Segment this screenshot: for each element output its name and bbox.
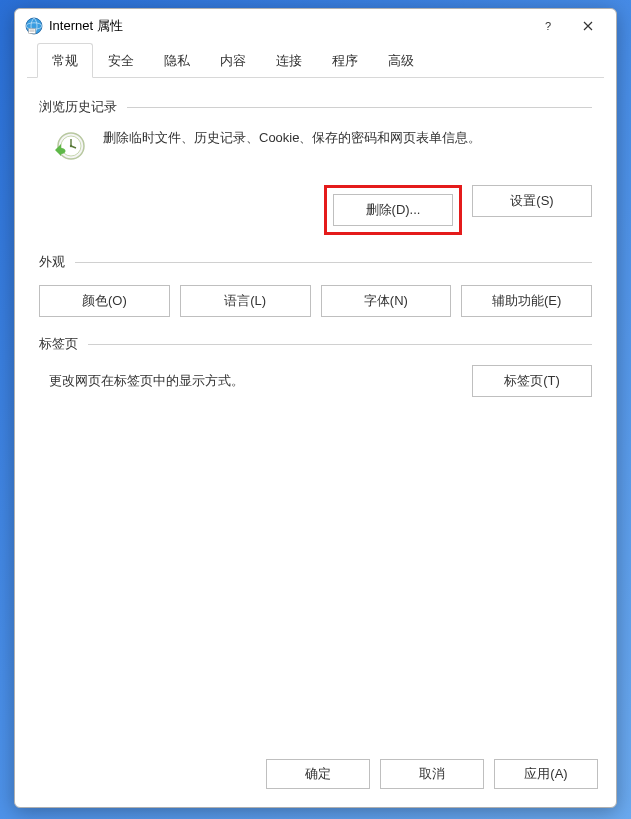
tabs-group: 标签页 更改网页在标签页中的显示方式。 标签页(T) <box>39 335 592 397</box>
cancel-button[interactable]: 取消 <box>380 759 484 789</box>
appearance-group: 外观 颜色(O) 语言(L) 字体(N) 辅助功能(E) <box>39 253 592 317</box>
divider <box>127 107 592 108</box>
internet-options-icon <box>25 17 43 35</box>
dialog-footer: 确定 取消 应用(A) <box>15 745 616 807</box>
tab-panel-general: 浏览历史记录 删除临时文件、历史记录、Cookie、保存的密码和网页表单信息。 <box>15 78 616 745</box>
tab-general[interactable]: 常规 <box>37 43 93 78</box>
delete-history-button[interactable]: 删除(D)... <box>333 194 453 226</box>
svg-text:?: ? <box>545 20 551 32</box>
tab-privacy[interactable]: 隐私 <box>149 43 205 78</box>
tab-security[interactable]: 安全 <box>93 43 149 78</box>
window-title: Internet 属性 <box>49 17 528 35</box>
svg-point-10 <box>70 145 72 147</box>
divider <box>75 262 592 263</box>
help-button[interactable]: ? <box>528 12 568 40</box>
internet-properties-dialog: Internet 属性 ? 常规 安全 隐私 内容 连接 程序 高级 浏览历史记… <box>14 8 617 808</box>
tabs-settings-button[interactable]: 标签页(T) <box>472 365 592 397</box>
group-title-appearance: 外观 <box>39 253 65 271</box>
group-title-history: 浏览历史记录 <box>39 98 117 116</box>
tab-strip: 常规 安全 隐私 内容 连接 程序 高级 <box>27 43 604 78</box>
ok-button[interactable]: 确定 <box>266 759 370 789</box>
highlight-annotation: 删除(D)... <box>324 185 462 235</box>
tabs-description: 更改网页在标签页中的显示方式。 <box>49 372 452 390</box>
fonts-button[interactable]: 字体(N) <box>321 285 452 317</box>
history-settings-button[interactable]: 设置(S) <box>472 185 592 217</box>
group-title-tabs: 标签页 <box>39 335 78 353</box>
browsing-history-group: 浏览历史记录 删除临时文件、历史记录、Cookie、保存的密码和网页表单信息。 <box>39 98 592 235</box>
colors-button[interactable]: 颜色(O) <box>39 285 170 317</box>
tab-connections[interactable]: 连接 <box>261 43 317 78</box>
accessibility-button[interactable]: 辅助功能(E) <box>461 285 592 317</box>
divider <box>88 344 592 345</box>
history-description: 删除临时文件、历史记录、Cookie、保存的密码和网页表单信息。 <box>103 128 481 149</box>
close-button[interactable] <box>568 12 608 40</box>
tab-advanced[interactable]: 高级 <box>373 43 429 78</box>
languages-button[interactable]: 语言(L) <box>180 285 311 317</box>
history-clock-icon <box>49 128 89 171</box>
tab-content[interactable]: 内容 <box>205 43 261 78</box>
titlebar: Internet 属性 ? <box>15 9 616 43</box>
apply-button[interactable]: 应用(A) <box>494 759 598 789</box>
tab-programs[interactable]: 程序 <box>317 43 373 78</box>
